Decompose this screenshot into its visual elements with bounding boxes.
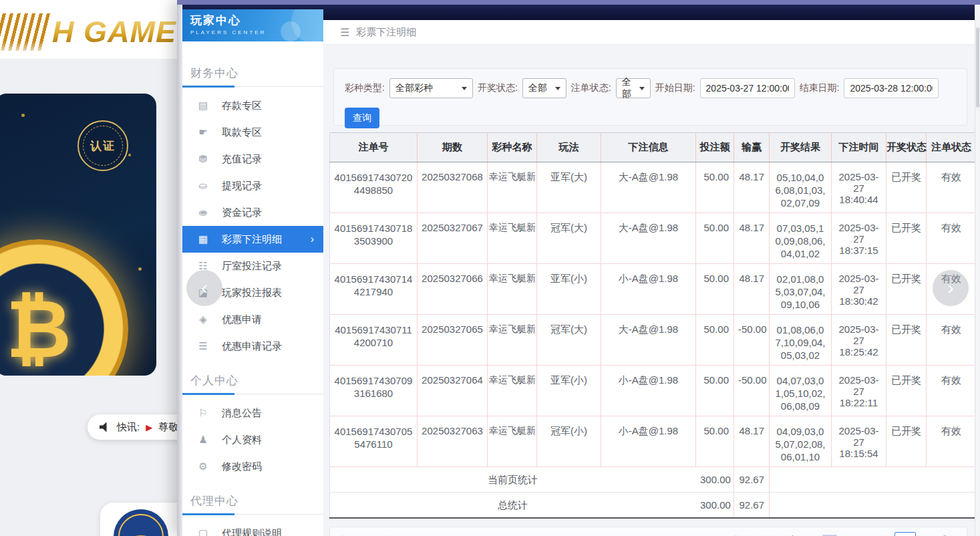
cell-play-type: 亚军(大) <box>537 162 601 213</box>
cell-bet-time: 2025-03-27 18:40:44 <box>832 162 886 213</box>
table-header-row: 注单号期数彩种名称玩法下注信息投注额输赢开奖结果下注时间开奖状态注单状态 <box>330 133 977 162</box>
cell-win-loss: 48.17 <box>734 264 770 315</box>
cell-bet-info: 小-A盘@1.98 <box>601 264 696 315</box>
sidebar-item-label: 优惠申请 <box>222 313 262 326</box>
page-number-input[interactable] <box>894 532 916 536</box>
query-button[interactable]: 查询 <box>345 108 379 128</box>
lottery-type-label: 彩种类型: <box>345 82 385 94</box>
start-date-input[interactable] <box>700 78 795 98</box>
list-detail-icon: ▦ <box>197 233 209 245</box>
sidebar-item-withdrawal-records[interactable]: ⛀提现记录 <box>182 172 323 199</box>
cell-lottery-name: 幸运飞艇新 <box>488 213 537 264</box>
certification-badge: 认证 <box>77 120 128 171</box>
cell-draw-status: 已开奖 <box>886 264 927 315</box>
sidebar-item-promo-apply-records[interactable]: ☰优惠申请记录 <box>182 333 323 360</box>
page-stats-winloss: 92.67 <box>734 467 770 493</box>
cell-order-status: 有效 <box>927 213 977 264</box>
table-row: 40156917430720449885020250327068幸运飞艇新亚军(… <box>330 162 977 213</box>
total-stats-filler <box>770 493 977 518</box>
cell-lottery-name: 幸运飞艇新 <box>488 366 537 416</box>
cell-lottery-name: 幸运飞艇新 <box>488 315 537 366</box>
cell-order-status: 有效 <box>927 315 977 366</box>
cell-draw-status: 已开奖 <box>886 315 927 366</box>
bitcoin-coin-icon: ₿ <box>0 239 128 376</box>
cell-draw-status: 已开奖 <box>886 162 927 213</box>
sidebar-item-change-password[interactable]: ⚙修改密码 <box>182 453 323 480</box>
sidebar-item-recharge-records[interactable]: ⛃充值记录 <box>182 146 323 172</box>
logo-text: H GAME <box>52 15 176 49</box>
page-header: ☰ 彩票下注明细 <box>323 20 980 45</box>
col-header-lottery-name: 彩种名称 <box>488 133 537 162</box>
cell-bet-no: 401569174307055476110 <box>330 416 418 467</box>
cell-order-status: 有效 <box>927 416 977 467</box>
cell-period: 20250327068 <box>418 162 488 213</box>
col-header-win-loss: 输赢 <box>734 133 770 162</box>
sidebar-section: 财务中心▤存款专区☛取款专区⛃充值记录⛀提现记录⛂资金记录▦彩票下注明细›☷厅室… <box>182 61 323 360</box>
cell-lottery-name: 幸运飞艇新 <box>488 162 537 213</box>
cell-bet-time: 2025-03-27 18:15:54 <box>832 416 886 467</box>
end-date-label: 结束日期: <box>800 82 840 94</box>
deposit-card-icon: ▤ <box>197 100 209 112</box>
cell-bet-amount: 50.00 <box>696 315 734 366</box>
sidebar-section: 代理中心▢代理规则说明▣代理团队统计 <box>182 489 323 536</box>
table-row: 40156917430714421794020250327066幸运飞艇新亚军(… <box>330 264 977 315</box>
cell-play-type: 冠军(大) <box>537 315 601 366</box>
sidebar-item-lottery-bet-details[interactable]: ▦彩票下注明细› <box>182 226 323 253</box>
main-area: ☰ 彩票下注明细 彩种类型: 全部彩种 开奖状态: 全部 注单状态: <box>323 20 980 536</box>
cell-draw-result: 04,09,03,05,07,02,08,06,01,10 <box>770 416 832 467</box>
lottery-type-select[interactable]: 全部彩种 <box>389 78 473 98</box>
cell-play-type: 亚军(小) <box>537 366 601 416</box>
select-arrow-icon <box>462 87 467 90</box>
hamburger-icon[interactable]: ☰ <box>340 26 349 39</box>
select-arrow-icon <box>555 87 560 90</box>
collapse-right-button[interactable]: › <box>933 270 969 306</box>
draw-status-select[interactable]: 全部 <box>522 78 566 98</box>
scrollbar-thumb[interactable] <box>976 27 979 108</box>
scrollbar[interactable] <box>975 5 980 536</box>
cell-period: 20250327063 <box>418 416 488 467</box>
table-row: 40156917430705547611020250327063幸运飞艇新冠军(… <box>330 416 977 467</box>
hh-logo-mark-icon <box>0 13 53 51</box>
sidebar-item-label: 充值记录 <box>222 153 262 166</box>
table-body: 40156917430720449885020250327068幸运飞艇新亚军(… <box>330 162 977 467</box>
cell-win-loss: 48.17 <box>734 162 770 213</box>
order-status-select[interactable]: 全部 <box>616 78 651 98</box>
sidebar-title: 玩家中心 <box>190 13 323 28</box>
cell-draw-status: 已开奖 <box>886 366 927 416</box>
cell-period: 20250327066 <box>418 264 488 315</box>
cell-bet-info: 大-A盘@1.98 <box>601 315 696 366</box>
total-stats-label: 总统计 <box>330 493 696 518</box>
sidebar-item-label: 优惠申请记录 <box>222 340 282 353</box>
pagination-bar: 每页显示20条 共6条 首页 上一页 [1] 下一页 第 页 跳转 <box>329 527 967 536</box>
decor-dot <box>138 267 142 271</box>
cell-bet-time: 2025-03-27 18:37:15 <box>832 213 886 264</box>
top-purple-bar <box>177 0 980 5</box>
sidebar-item-funds-records[interactable]: ⛂资金记录 <box>182 199 323 226</box>
warriors-logo-icon <box>114 509 168 536</box>
cell-draw-result: 07,03,05,10,09,08,06,04,01,02 <box>770 213 832 264</box>
cell-win-loss: 48.17 <box>734 213 770 264</box>
withdraw-hand-icon: ☛ <box>197 126 209 138</box>
sidebar-item-messages[interactable]: ⚐消息公告 <box>182 400 323 426</box>
sidebar-item-deposit-zone[interactable]: ▤存款专区 <box>182 92 323 119</box>
sidebar-item-label: 代理规则说明 <box>222 527 282 536</box>
player-center-panel: 财务中心▤存款专区☛取款专区⛃充值记录⛀提现记录⛂资金记录▦彩票下注明细›☷厅室… <box>177 0 980 536</box>
cell-bet-time: 2025-03-27 18:30:42 <box>832 264 886 315</box>
cell-play-type: 亚军(小) <box>537 264 601 315</box>
sidebar-item-agent-rules[interactable]: ▢代理规则说明 <box>182 520 323 536</box>
cell-bet-amount: 50.00 <box>696 162 734 213</box>
page-stats-row: 当前页统计 300.00 92.67 <box>330 467 977 493</box>
cell-bet-amount: 50.00 <box>696 366 734 416</box>
cell-bet-no: 401569174307093161680 <box>330 366 418 416</box>
cell-bet-info: 小-A盘@1.98 <box>601 416 696 467</box>
cell-bet-time: 2025-03-27 18:25:42 <box>832 315 886 366</box>
sidebar-item-profile[interactable]: ♟个人资料 <box>182 426 323 453</box>
collapse-left-button[interactable]: ‹ <box>186 270 222 306</box>
end-date-input[interactable] <box>844 78 939 98</box>
filter-panel: 彩种类型: 全部彩种 开奖状态: 全部 注单状态: 全部 <box>333 68 967 126</box>
order-status-value: 全部 <box>622 76 634 100</box>
logo-ring <box>118 514 164 536</box>
sidebar-item-withdraw-zone[interactable]: ☛取款专区 <box>182 119 323 146</box>
sidebar-item-promo-apply[interactable]: ◈优惠申请 <box>182 306 323 333</box>
ticker-label: 快讯: <box>117 421 140 434</box>
